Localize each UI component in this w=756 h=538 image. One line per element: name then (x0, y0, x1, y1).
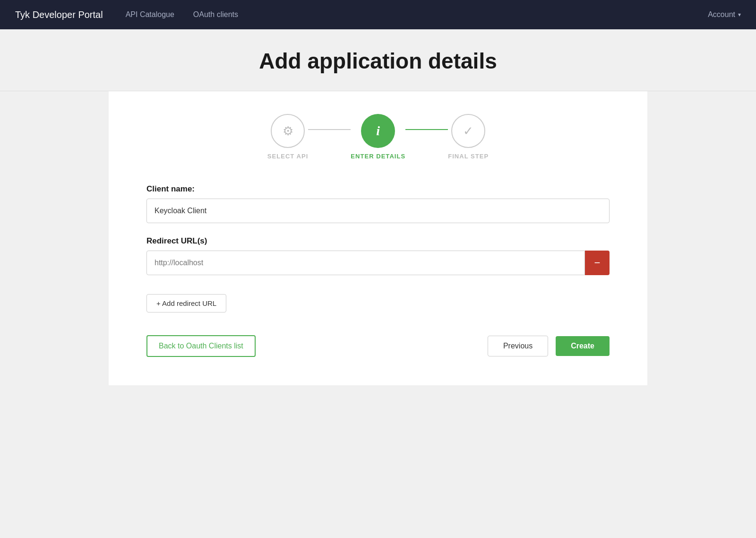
remove-redirect-button[interactable]: − (585, 251, 610, 275)
nav-links: API Catalogue OAuth clients (126, 10, 708, 19)
back-to-oauth-button[interactable]: Back to Oauth Clients list (146, 335, 256, 357)
nav-brand: Tyk Developer Portal (15, 9, 103, 20)
form-section: Client name: Redirect URL(s) − + Add red… (146, 184, 610, 357)
page-title: Add application details (0, 48, 756, 74)
client-name-label: Client name: (146, 184, 610, 194)
main-content: ⚙ SELECT API i ENTER DETAILS ✓ FINAL STE… (109, 91, 647, 385)
create-button[interactable]: Create (556, 336, 610, 356)
step-label-select-api: SELECT API (267, 153, 308, 160)
step-circle-select-api: ⚙ (271, 114, 305, 148)
add-redirect-label: + Add redirect URL (156, 299, 216, 307)
add-redirect-url-button[interactable]: + Add redirect URL (146, 294, 226, 312)
gear-icon: ⚙ (283, 124, 293, 139)
step-circle-enter-details: i (361, 114, 395, 148)
nav-account[interactable]: Account ▾ (708, 10, 741, 19)
stepper: ⚙ SELECT API i ENTER DETAILS ✓ FINAL STE… (146, 114, 610, 160)
step-enter-details: i ENTER DETAILS (351, 114, 405, 160)
step-select-api: ⚙ SELECT API (267, 114, 308, 160)
step-circle-final-step: ✓ (451, 114, 485, 148)
nav-link-api-catalogue[interactable]: API Catalogue (126, 10, 174, 19)
info-icon: i (376, 123, 380, 139)
step-label-final-step: FINAL STEP (448, 153, 489, 160)
page-header: Add application details (0, 29, 756, 91)
minus-icon: − (594, 257, 601, 269)
redirect-url-row: − (146, 251, 610, 275)
right-actions: Previous Create (488, 336, 610, 356)
redirect-urls-label: Redirect URL(s) (146, 236, 610, 246)
redirect-urls-group: Redirect URL(s) − (146, 236, 610, 275)
previous-button[interactable]: Previous (488, 336, 548, 356)
step-label-enter-details: ENTER DETAILS (351, 153, 405, 160)
check-icon: ✓ (463, 124, 473, 139)
nav-account-label: Account (708, 10, 735, 19)
nav-link-oauth-clients[interactable]: OAuth clients (193, 10, 238, 19)
chevron-down-icon: ▾ (738, 11, 741, 18)
form-actions: Back to Oauth Clients list Previous Crea… (146, 335, 610, 357)
client-name-input[interactable] (146, 199, 610, 223)
redirect-url-input[interactable] (146, 251, 585, 275)
navbar: Tyk Developer Portal API Catalogue OAuth… (0, 0, 756, 29)
client-name-group: Client name: (146, 184, 610, 223)
step-connector-1 (308, 129, 351, 130)
step-final-step: ✓ FINAL STEP (448, 114, 489, 160)
step-connector-2 (405, 129, 448, 130)
